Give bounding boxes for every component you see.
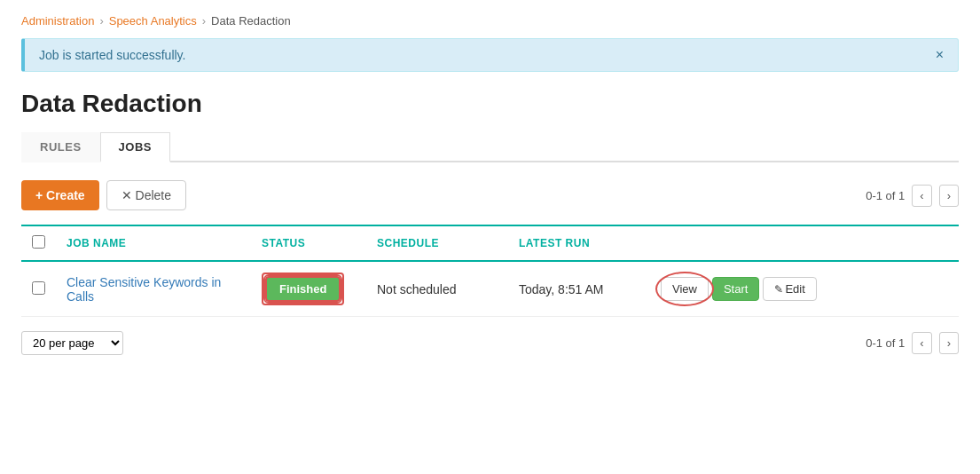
th-latest-run: LATEST RUN [508,225,650,261]
view-button[interactable]: View [661,277,709,301]
per-page-selector: 20 per page 50 per page 100 per page [21,331,123,355]
pagination-bottom-count: 0-1 of 1 [866,336,905,350]
jobs-table: JOB NAME STATUS SCHEDULE LATEST RUN Clea… [21,225,959,317]
th-status: STATUS [251,225,366,261]
view-button-wrapper: View [661,277,709,301]
alert-banner: Job is started successfully. × [21,38,959,72]
alert-message: Job is started successfully. [39,48,185,62]
row-job-name-cell: Clear Sensitive Keywords in Calls [56,261,251,317]
row-checkbox-cell [21,261,56,317]
tab-rules[interactable]: RULES [21,132,100,162]
breadcrumb: Administration › Speech Analytics › Data… [21,14,959,28]
row-actions-cell: View Start ✎Edit [650,261,959,317]
row-latest-run-cell: Today, 8:51 AM [508,261,650,317]
select-all-checkbox[interactable] [32,235,45,249]
th-job-name: JOB NAME [56,225,251,261]
status-badge: Finished [265,276,341,302]
edit-button-label: Edit [785,282,804,296]
start-button[interactable]: Start [712,277,759,301]
row-actions: View Start ✎Edit [661,277,948,301]
table-header-row: JOB NAME STATUS SCHEDULE LATEST RUN [21,225,959,261]
pagination-top: 0-1 of 1 ‹ › [866,185,959,207]
delete-button[interactable]: ✕ Delete [106,180,186,210]
pagination-prev-bottom[interactable]: ‹ [912,332,931,354]
breadcrumb-sep-2: › [202,14,206,28]
pagination-top-count: 0-1 of 1 [866,189,905,202]
breadcrumb-sep-1: › [99,14,103,28]
breadcrumb-current: Data Redaction [211,14,291,28]
tabs-container: RULES JOBS [21,132,959,162]
alert-close-button[interactable]: × [936,48,944,62]
th-checkbox [21,225,56,261]
th-schedule: SCHEDULE [366,225,508,261]
row-checkbox[interactable] [32,281,45,295]
row-latest-run-value: Today, 8:51 AM [519,282,603,296]
row-schedule-value: Not scheduled [377,282,457,296]
page-title: Data Redaction [21,90,959,118]
pagination-next-bottom[interactable]: › [939,332,959,354]
status-badge-wrapper: Finished [262,273,344,305]
edit-icon: ✎ [774,283,783,296]
row-schedule-cell: Not scheduled [366,261,508,317]
page-wrapper: Administration › Speech Analytics › Data… [0,0,980,474]
table-footer: 20 per page 50 per page 100 per page 0-1… [21,331,959,355]
breadcrumb-speech[interactable]: Speech Analytics [109,14,197,28]
toolbar-left: + Create ✕ Delete [21,180,186,210]
job-name-link[interactable]: Clear Sensitive Keywords in Calls [67,275,221,304]
create-button[interactable]: + Create [21,180,99,210]
edit-button[interactable]: ✎Edit [763,277,816,301]
toolbar: + Create ✕ Delete 0-1 of 1 ‹ › [21,180,959,210]
breadcrumb-admin[interactable]: Administration [21,14,94,28]
table-row: Clear Sensitive Keywords in Calls Finish… [21,261,959,317]
tab-jobs[interactable]: JOBS [100,132,170,162]
pagination-prev-top[interactable]: ‹ [912,185,931,207]
pagination-bottom: 0-1 of 1 ‹ › [866,332,959,354]
row-status-cell: Finished [251,261,366,317]
per-page-dropdown[interactable]: 20 per page 50 per page 100 per page [21,331,123,355]
th-actions [650,225,959,261]
pagination-next-top[interactable]: › [939,185,959,207]
